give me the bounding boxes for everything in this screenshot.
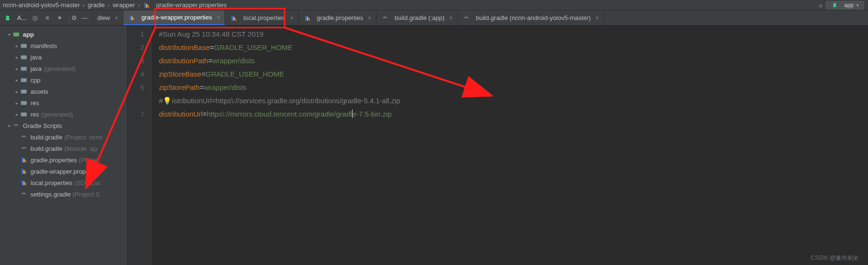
close-icon[interactable]: × <box>215 14 220 21</box>
code-area[interactable]: #Sun Aug 25 10:34:48 CST 2019 distributi… <box>151 26 868 121</box>
run-config-label: app <box>844 2 854 9</box>
tree-build-project[interactable]: build.gradle(Project: ncnn <box>0 131 127 143</box>
close-icon[interactable]: × <box>593 15 599 21</box>
svg-rect-17 <box>21 90 27 94</box>
crumb-gradle[interactable]: gradle <box>87 1 106 9</box>
svg-rect-13 <box>21 44 27 48</box>
svg-rect-19 <box>21 113 27 117</box>
code-key: zipStoreBase <box>159 70 201 78</box>
crumb-root[interactable]: ncnn-android-yolov5-master <box>2 1 81 9</box>
svg-rect-12 <box>13 33 19 37</box>
svg-rect-16 <box>21 79 27 82</box>
gradle-icon <box>20 190 28 198</box>
main-split: ▾app ▸manifests ▸java ▸java(generated) ▸… <box>0 26 868 265</box>
tab-gradle-wrapper-properties[interactable]: gradle-wrapper.properties× <box>123 10 225 25</box>
sort-icon[interactable]: ≡ <box>44 14 51 22</box>
close-icon[interactable]: × <box>447 15 453 21</box>
folder-icon <box>20 88 28 95</box>
code-comment: istributionUrl=https\://services.gradle.… <box>172 97 400 105</box>
code-value: wrapper/dists <box>204 83 247 91</box>
line-number: 5 <box>128 81 151 94</box>
tree-res-gen[interactable]: ▸res(generated) <box>0 108 127 120</box>
gradle-icon <box>20 145 28 152</box>
properties-icon <box>20 156 28 164</box>
settings-icon[interactable]: ⚙ <box>69 14 76 22</box>
project-view-label[interactable]: A... <box>4 14 27 22</box>
folder-icon <box>20 99 28 107</box>
properties-icon <box>128 14 136 21</box>
tree-java[interactable]: ▸java <box>0 51 127 63</box>
breadcrumb-bar: ncnn-android-yolov5-master gradle wrappe… <box>0 0 868 10</box>
properties-icon <box>143 1 150 9</box>
tree-manifests[interactable]: ▸manifests <box>0 40 127 51</box>
tab-local-properties[interactable]: local.properties× <box>225 10 298 25</box>
tree-gradle-scripts[interactable]: ▾Gradle Scripts <box>0 120 127 131</box>
close-icon[interactable]: × <box>288 15 294 21</box>
svg-rect-7 <box>234 17 235 20</box>
tree-settings-gradle[interactable]: settings.gradle(Project S <box>0 188 127 200</box>
tree-app[interactable]: ▾app <box>0 29 127 40</box>
svg-rect-9 <box>305 15 306 20</box>
project-tree[interactable]: ▾app ▸manifests ▸java ▸java(generated) ▸… <box>0 26 128 265</box>
tab-overflow[interactable]: dlew × <box>93 10 124 25</box>
target-icon[interactable]: ◎ <box>31 14 39 22</box>
tree-build-module[interactable]: build.gradle(Module :ap <box>0 143 127 154</box>
tab-build-gradle-app-[interactable]: build.gradle (:app)× <box>376 10 458 25</box>
svg-rect-18 <box>21 101 27 105</box>
gradle-icon <box>381 14 389 22</box>
tab-label: gradle-wrapper.properties <box>141 14 212 21</box>
tree-assets[interactable]: ▸assets <box>0 86 127 97</box>
svg-rect-22 <box>25 160 27 162</box>
svg-rect-6 <box>232 15 233 20</box>
code-key: distributionBase <box>159 43 210 51</box>
run-config-select[interactable]: app ▾ <box>826 1 864 10</box>
tree-cpp[interactable]: ▸cpp <box>0 74 127 86</box>
svg-rect-21 <box>23 158 25 162</box>
properties-icon <box>20 167 28 175</box>
lightbulb-icon[interactable]: 💡 <box>163 97 172 105</box>
expand-icon[interactable]: ✶ <box>56 14 64 22</box>
svg-rect-26 <box>22 180 23 186</box>
svg-rect-28 <box>25 183 27 185</box>
project-toolbar: A... ◎ ≡ ✶ ⚙ — <box>0 10 93 25</box>
tree-gradle-properties[interactable]: gradle.properties(Projec <box>0 154 127 166</box>
line-gutter: 1 2 3 4 5 7 <box>128 26 151 265</box>
tab-gradle-properties[interactable]: gradle.properties× <box>299 10 377 25</box>
crumb-wrapper[interactable]: wrapper <box>112 1 136 9</box>
code-key: zipStorePath <box>159 83 200 91</box>
svg-rect-20 <box>22 157 23 163</box>
project-view-text: A... <box>17 14 27 21</box>
module-icon <box>12 30 20 38</box>
crumb-file[interactable]: gradle-wrapper.properties <box>142 1 227 9</box>
crumb-gradle-label: gradle <box>88 1 105 9</box>
svg-rect-27 <box>23 181 25 185</box>
properties-icon <box>230 14 237 22</box>
tree-res[interactable]: ▸res <box>0 97 127 108</box>
tree-java-gen[interactable]: ▸java(generated) <box>0 63 127 74</box>
line-number: 7 <box>128 108 151 121</box>
minimize-icon[interactable]: — <box>81 14 89 22</box>
search-icon[interactable]: ⌕ <box>819 1 823 9</box>
tab-build-gradle-ncnn-android-yolov5-master-[interactable]: build.gradle (ncnn-android-yolov5-master… <box>458 10 604 25</box>
watermark-text: CSDN @豫州刺史 <box>810 254 859 262</box>
gradle-icon <box>12 122 20 129</box>
android-icon <box>4 14 11 22</box>
gradle-icon <box>463 14 470 22</box>
svg-rect-0 <box>145 2 146 8</box>
code-editor[interactable]: 1 2 3 4 5 7 #Sun Aug 25 10:34:48 CST 201… <box>128 26 868 265</box>
folder-icon <box>20 110 28 118</box>
tab-label: build.gradle (:app) <box>395 14 444 21</box>
tab-label: build.gradle (ncnn-android-yolov5-master… <box>476 14 591 21</box>
tree-gradle-wrapper-props[interactable]: gradle-wrapper.propertie <box>0 166 127 177</box>
editor-tabs: dlew × gradle-wrapper.properties×local.p… <box>93 10 868 25</box>
code-value: e-7.5-bin.zip <box>353 110 392 118</box>
close-icon[interactable]: × <box>113 15 118 21</box>
tree-local-properties[interactable]: local.properties(SDK Loc <box>0 177 127 188</box>
chevron-down-icon: ▾ <box>857 3 859 8</box>
folder-icon <box>20 76 28 84</box>
line-number: 2 <box>128 41 151 54</box>
close-icon[interactable]: × <box>366 15 371 21</box>
line-number: 3 <box>128 54 151 68</box>
svg-rect-23 <box>22 169 23 174</box>
tab-overflow-label: dlew <box>98 14 110 21</box>
